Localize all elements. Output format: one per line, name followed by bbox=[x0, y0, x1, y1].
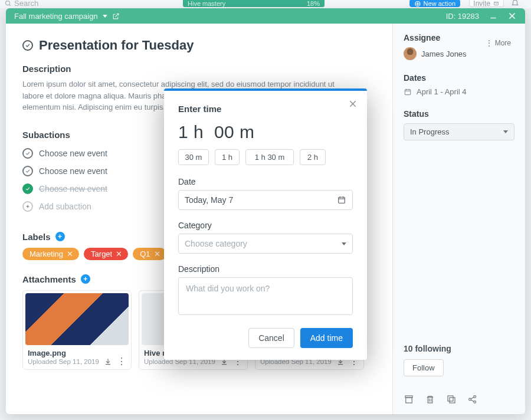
labels-heading: Labels bbox=[22, 232, 51, 242]
assignee-row[interactable]: James Jones bbox=[404, 47, 514, 60]
app-topbar: Search Hive mastery 18% ⊕ New action Inv… bbox=[0, 0, 531, 8]
status-value: In Progress bbox=[410, 127, 449, 136]
notifications-icon[interactable] bbox=[511, 0, 519, 8]
preset-30m[interactable]: 30 m bbox=[178, 149, 209, 165]
chevron-down-icon bbox=[503, 130, 508, 133]
copy-icon[interactable] bbox=[446, 394, 457, 405]
complete-toggle[interactable] bbox=[22, 40, 33, 51]
subaction-checkbox[interactable] bbox=[22, 183, 33, 194]
svg-rect-16 bbox=[406, 398, 412, 403]
calendar-icon bbox=[404, 88, 412, 96]
svg-rect-17 bbox=[428, 397, 432, 403]
attachment-name: Image.png bbox=[25, 349, 129, 357]
attachments-heading: Attachments bbox=[22, 274, 76, 284]
add-time-button[interactable]: Add time bbox=[300, 328, 353, 348]
time-hours: 1 h bbox=[178, 122, 204, 142]
assignee-name: James Jones bbox=[421, 50, 467, 58]
new-action-label: New action bbox=[424, 0, 455, 7]
subaction-label: Choose new event bbox=[39, 184, 107, 193]
status-heading: Status bbox=[404, 109, 514, 119]
status-select[interactable]: In Progress bbox=[404, 123, 514, 140]
chip-remove-icon[interactable]: ✕ bbox=[154, 250, 160, 258]
task-title[interactable]: Presentation for Tuesday bbox=[39, 38, 194, 53]
share-icon[interactable] bbox=[467, 394, 478, 405]
search-placeholder: Search bbox=[14, 0, 38, 8]
pane-header: Fall marketing campaign ID: 19283 bbox=[6, 8, 525, 24]
chip-text: Q1 bbox=[140, 250, 150, 258]
date-label: Date bbox=[178, 177, 353, 186]
new-action-button[interactable]: ⊕ New action bbox=[409, 0, 460, 7]
chip-remove-icon[interactable]: ✕ bbox=[116, 250, 122, 258]
preset-2h[interactable]: 2 h bbox=[300, 149, 326, 165]
download-icon[interactable] bbox=[104, 357, 112, 366]
svg-line-1 bbox=[9, 4, 11, 6]
enter-time-modal: Enter time 1 h 00 m 30 m 1 h 1 h 30 m 2 … bbox=[164, 88, 367, 360]
add-label-button[interactable]: + bbox=[55, 232, 65, 241]
description-heading: Description bbox=[22, 64, 376, 74]
date-field[interactable]: Today, May 7 bbox=[178, 190, 353, 210]
cancel-button[interactable]: Cancel bbox=[248, 328, 294, 348]
more-menu[interactable]: ⋮ More bbox=[486, 39, 511, 47]
dates-value: April 1 - April 4 bbox=[417, 87, 467, 96]
preset-1h30m[interactable]: 1 h 30 m bbox=[245, 149, 294, 165]
preset-1h[interactable]: 1 h bbox=[215, 149, 240, 165]
global-search[interactable]: Search bbox=[5, 0, 38, 8]
chip-remove-icon[interactable]: ✕ bbox=[67, 250, 73, 258]
invite-label: Invite bbox=[473, 0, 490, 8]
category-select[interactable]: Choose category bbox=[178, 234, 353, 254]
task-id: ID: 19283 bbox=[446, 12, 479, 21]
attachment-more-icon[interactable]: ⋮ bbox=[117, 357, 126, 366]
add-subaction-label: Add subaction bbox=[39, 202, 91, 211]
task-action-icons bbox=[404, 394, 514, 405]
dates-heading: Dates bbox=[404, 73, 514, 83]
calendar-icon bbox=[337, 195, 346, 205]
attachment-card[interactable]: Image.pngUploaded Sep 11, 2019⋮ bbox=[22, 290, 132, 370]
time-presets: 30 m 1 h 1 h 30 m 2 h bbox=[178, 149, 353, 165]
description-label: Description bbox=[178, 264, 353, 274]
dates-value-row[interactable]: April 1 - April 4 bbox=[404, 87, 514, 96]
svg-rect-29 bbox=[339, 197, 345, 203]
more-label: More bbox=[495, 39, 511, 47]
svg-point-0 bbox=[6, 1, 10, 5]
subaction-checkbox[interactable] bbox=[22, 166, 33, 176]
chip-text: Target bbox=[91, 250, 112, 258]
category-placeholder: Choose category bbox=[185, 239, 247, 248]
add-subaction-icon bbox=[22, 201, 33, 212]
label-chip[interactable]: Q1✕ bbox=[133, 248, 166, 260]
task-sidebar: Assignee James Jones Dates April 1 - Apr… bbox=[392, 24, 525, 414]
close-modal-icon[interactable] bbox=[348, 99, 358, 109]
label-chip[interactable]: Target✕ bbox=[84, 248, 128, 260]
trash-icon[interactable] bbox=[425, 394, 435, 405]
subaction-label: Choose new event bbox=[39, 149, 107, 158]
time-display[interactable]: 1 h 00 m bbox=[178, 122, 353, 142]
chip-text: Marketing bbox=[30, 250, 63, 258]
svg-line-25 bbox=[471, 397, 474, 399]
date-value: Today, May 7 bbox=[185, 195, 233, 205]
open-external-icon[interactable] bbox=[112, 12, 120, 20]
subaction-label: Choose new event bbox=[39, 166, 107, 176]
category-label: Category bbox=[178, 221, 353, 230]
modal-title: Enter time bbox=[178, 104, 353, 114]
subaction-checkbox[interactable] bbox=[22, 148, 33, 159]
minimize-icon[interactable] bbox=[489, 12, 498, 20]
follow-button[interactable]: Follow bbox=[404, 359, 444, 376]
svg-rect-11 bbox=[405, 89, 410, 94]
breadcrumb-caret-icon[interactable] bbox=[103, 15, 107, 18]
svg-line-26 bbox=[471, 400, 474, 402]
description-input[interactable] bbox=[178, 277, 353, 315]
attachment-thumb bbox=[25, 293, 129, 345]
task-title-row: Presentation for Tuesday bbox=[22, 38, 376, 53]
avatar bbox=[404, 47, 417, 60]
add-attachment-button[interactable]: + bbox=[81, 274, 90, 284]
label-chip[interactable]: Marketing✕ bbox=[22, 248, 79, 260]
invite-button[interactable]: Invite bbox=[469, 0, 504, 7]
svg-rect-20 bbox=[450, 398, 455, 403]
time-minutes: 00 m bbox=[214, 122, 255, 142]
breadcrumb[interactable]: Fall marketing campaign bbox=[14, 12, 98, 21]
close-pane-icon[interactable] bbox=[507, 11, 517, 21]
mastery-label: Hive mastery bbox=[188, 0, 225, 7]
mastery-percent: 18% bbox=[307, 0, 320, 7]
archive-icon[interactable] bbox=[404, 394, 414, 405]
svg-rect-21 bbox=[448, 396, 453, 401]
chevron-down-icon bbox=[342, 242, 346, 245]
